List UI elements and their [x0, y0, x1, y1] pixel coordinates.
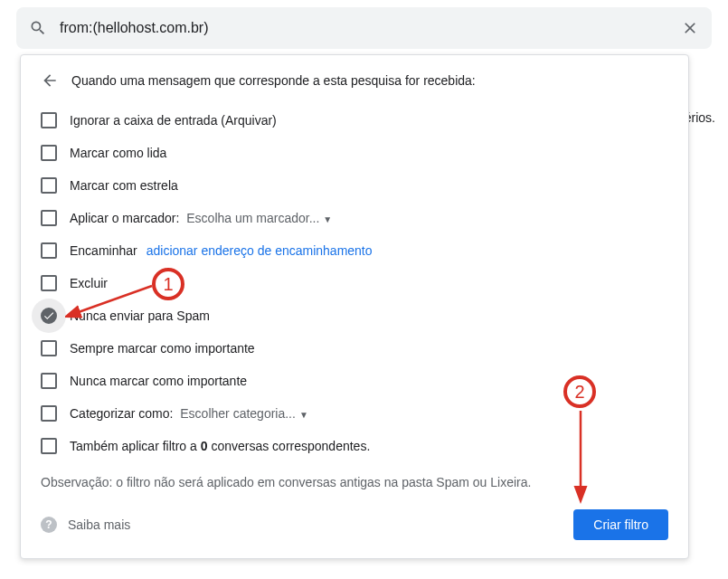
label-delete: Excluir	[70, 276, 108, 290]
option-apply-existing[interactable]: Também aplicar filtro a 0 conversas corr…	[41, 430, 668, 462]
label-archive: Ignorar a caixa de entrada (Arquivar)	[70, 113, 277, 128]
forward-address-link[interactable]: adicionar endereço de encaminhamento	[147, 243, 373, 258]
label-never-spam: Nunca enviar para Spam	[70, 308, 210, 323]
option-mark-read[interactable]: Marcar como lida	[41, 137, 668, 169]
annotation-1: 1	[152, 268, 184, 300]
create-filter-button[interactable]: Criar filtro	[573, 509, 668, 540]
checkbox-apply-label[interactable]	[41, 210, 57, 226]
checkbox-never-important[interactable]	[41, 373, 57, 389]
label-apply-existing: Também aplicar filtro a 0 conversas corr…	[70, 439, 370, 453]
label-mark-read: Marcar como lida	[70, 146, 166, 160]
annotation-2: 2	[563, 375, 596, 408]
back-icon[interactable]	[41, 71, 59, 90]
label-categorize: Categorizar como: Escolher categoria...▼	[70, 406, 308, 421]
option-star[interactable]: Marcar com estrela	[41, 169, 668, 202]
checkbox-mark-read[interactable]	[41, 145, 57, 161]
checkbox-categorize[interactable]	[41, 405, 57, 422]
learn-more-label: Saiba mais	[68, 517, 130, 532]
checkbox-star[interactable]	[41, 177, 57, 194]
label-apply-label: Aplicar o marcador: Escolha um marcador.…	[70, 211, 332, 225]
categorize-select[interactable]: Escolher categoria...▼	[180, 406, 308, 421]
panel-title: Quando uma mensagem que corresponde a es…	[71, 73, 476, 88]
chevron-down-icon: ▼	[299, 410, 308, 420]
close-icon[interactable]	[681, 19, 699, 37]
label-always-important: Sempre marcar como importante	[70, 341, 255, 356]
label-never-important: Nunca marcar como importante	[70, 374, 247, 388]
panel-footer: ? Saiba mais Criar filtro	[41, 509, 668, 540]
checkbox-forward[interactable]	[41, 242, 57, 259]
option-apply-label[interactable]: Aplicar o marcador: Escolha um marcador.…	[41, 202, 668, 234]
checkbox-apply-existing[interactable]	[41, 438, 57, 454]
search-icon	[29, 19, 47, 37]
search-query[interactable]: from:(hellohost.com.br)	[60, 20, 681, 36]
option-never-spam[interactable]: Nunca enviar para Spam	[41, 299, 668, 332]
panel-header: Quando uma mensagem que corresponde a es…	[41, 71, 668, 90]
checkbox-delete[interactable]	[41, 275, 57, 291]
learn-more-link[interactable]: ? Saiba mais	[41, 517, 130, 533]
chevron-down-icon: ▼	[323, 214, 332, 224]
apply-label-select[interactable]: Escolha um marcador...▼	[186, 211, 332, 225]
filter-panel: Quando uma mensagem que corresponde a es…	[20, 54, 689, 559]
note-text: Observação: o filtro não será aplicado e…	[41, 475, 668, 489]
option-delete[interactable]: Excluir	[41, 267, 668, 299]
option-archive[interactable]: Ignorar a caixa de entrada (Arquivar)	[41, 104, 668, 137]
option-always-important[interactable]: Sempre marcar como importante	[41, 332, 668, 365]
help-icon: ?	[41, 517, 57, 533]
checkbox-archive[interactable]	[41, 112, 57, 128]
option-forward[interactable]: Encaminhar adicionar endereço de encamin…	[41, 234, 668, 267]
checkbox-always-important[interactable]	[41, 340, 57, 356]
search-bar[interactable]: from:(hellohost.com.br)	[16, 7, 712, 49]
label-forward: Encaminhar	[70, 243, 137, 258]
label-star: Marcar com estrela	[70, 178, 178, 193]
checkbox-never-spam[interactable]	[41, 308, 57, 324]
